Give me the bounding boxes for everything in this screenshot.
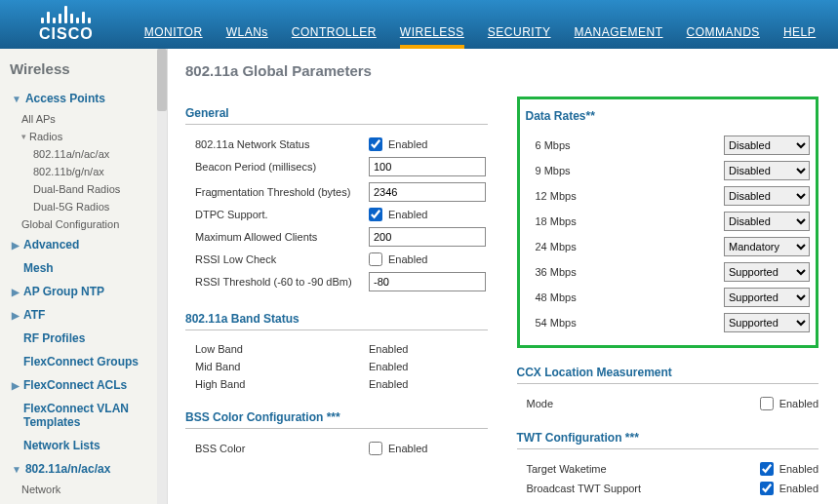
rate-54-label: 54 Mbps — [536, 317, 672, 329]
sidebar-radio-80211a[interactable]: 802.11a/n/ac/ax — [8, 145, 167, 163]
rate-6-select[interactable]: Disabled — [724, 136, 810, 155]
page-title: 802.11a Global Parameters — [185, 62, 818, 79]
twt-broadcast-label: Broadcast TWT Support — [527, 483, 663, 494]
section-twt: TWT Configuration *** — [517, 431, 819, 449]
nav-monitor[interactable]: MONITOR — [133, 16, 215, 49]
nav-wireless[interactable]: WIRELESS — [388, 16, 476, 49]
rate-6-label: 6 Mbps — [536, 139, 672, 151]
sidebar-access-points[interactable]: ▼Access Points — [8, 87, 167, 110]
sidebar-rf-profiles[interactable]: RF Profiles — [8, 327, 167, 350]
rssi-thresh-input[interactable] — [369, 272, 486, 291]
sidebar-title: Wireless — [0, 57, 167, 87]
net-status-checkbox[interactable] — [369, 137, 382, 151]
frag-input[interactable] — [369, 182, 486, 202]
sidebar-radio-dualband[interactable]: Dual-Band Radios — [8, 180, 167, 198]
bss-color-checkbox[interactable] — [369, 442, 382, 455]
caret-right-icon: ▶ — [12, 240, 20, 251]
enabled-text: Enabled — [779, 483, 818, 494]
rate-54-select[interactable]: Supported — [724, 313, 810, 332]
cisco-logo-bars — [41, 4, 91, 23]
nav-wlans[interactable]: WLANs — [215, 16, 280, 49]
low-band-label: Low Band — [195, 343, 369, 355]
sidebar-ap-group-ntp[interactable]: ▶AP Group NTP — [8, 280, 167, 303]
nav-help[interactable]: HELP — [772, 16, 827, 49]
sidebar-radio-80211b[interactable]: 802.11b/g/n/ax — [8, 163, 167, 180]
ccx-mode-checkbox[interactable] — [760, 397, 774, 410]
enabled-text: Enabled — [388, 443, 427, 454]
sidebar-scrollbar[interactable] — [157, 49, 167, 504]
sidebar-network-lists[interactable]: Network Lists — [8, 434, 167, 457]
sidebar-flexconnect-groups[interactable]: FlexConnect Groups — [8, 350, 167, 373]
rate-9-select[interactable]: Disabled — [724, 161, 810, 180]
rssi-thresh-label: RSSI Threshold (-60 to -90 dBm) — [195, 276, 369, 288]
ccx-mode-label: Mode — [527, 398, 663, 409]
rssi-low-checkbox[interactable] — [369, 252, 382, 266]
section-band: 802.11a Band Status — [185, 312, 488, 330]
rate-9-label: 9 Mbps — [536, 165, 672, 176]
dtpc-label: DTPC Support. — [195, 209, 369, 220]
maxclients-input[interactable] — [369, 227, 486, 247]
sidebar-flexconnect-acls[interactable]: ▶FlexConnect ACLs — [8, 373, 167, 397]
caret-right-icon: ▶ — [12, 310, 20, 321]
enabled-text: Enabled — [388, 138, 427, 150]
nav-commands[interactable]: COMMANDS — [675, 16, 772, 49]
twt-target-checkbox[interactable] — [760, 462, 774, 476]
sidebar-80211a-section[interactable]: ▼802.11a/n/ac/ax — [8, 457, 167, 481]
sidebar-network[interactable]: Network — [8, 481, 167, 498]
twt-target-label: Target Waketime — [527, 463, 663, 475]
sidebar: Wireless ▼Access Points All APs ▾Radios … — [0, 49, 168, 504]
rate-18-select[interactable]: Disabled — [724, 212, 810, 231]
sidebar-advanced[interactable]: ▶Advanced — [8, 233, 167, 256]
rate-48-select[interactable]: Supported — [724, 288, 810, 307]
sidebar-radios[interactable]: ▾Radios — [8, 128, 167, 145]
section-general: General — [185, 106, 488, 125]
beacon-label: Beacon Period (millisecs) — [195, 161, 369, 173]
dtpc-checkbox[interactable] — [369, 208, 382, 221]
nav-management[interactable]: MANAGEMENT — [563, 16, 675, 49]
bss-color-label: BSS Color — [195, 443, 369, 454]
section-ccx: CCX Location Measurement — [517, 366, 819, 384]
top-bar: CISCO MONITOR WLANs CONTROLLER WIRELESS … — [0, 0, 838, 49]
high-band-label: High Band — [195, 378, 369, 390]
frag-label: Fragmentation Threshold (bytes) — [195, 186, 369, 198]
enabled-text: Enabled — [388, 209, 427, 220]
enabled-text: Enabled — [779, 463, 818, 475]
rate-24-select[interactable]: Mandatory — [724, 237, 810, 256]
section-bss: BSS Color Configuration *** — [185, 410, 488, 429]
rate-36-select[interactable]: Supported — [724, 262, 810, 282]
caret-right-icon: ▶ — [12, 380, 20, 391]
rate-48-label: 48 Mbps — [536, 291, 672, 303]
rate-12-label: 12 Mbps — [536, 190, 672, 202]
caret-down-icon: ▾ — [21, 132, 26, 141]
rate-24-label: 24 Mbps — [536, 241, 672, 252]
beacon-input[interactable] — [369, 157, 486, 176]
rate-12-select[interactable]: Disabled — [724, 186, 810, 206]
primary-nav: MONITOR WLANs CONTROLLER WIRELESS SECURI… — [133, 0, 828, 49]
twt-broadcast-checkbox[interactable] — [760, 482, 774, 495]
content-area: 802.11a Global Parameters General 802.11… — [168, 49, 838, 504]
low-band-value: Enabled — [369, 343, 408, 355]
sidebar-radio-dual5g[interactable]: Dual-5G Radios — [8, 198, 167, 215]
cisco-logo: CISCO — [0, 0, 113, 49]
data-rates-highlight: Data Rates** 6 MbpsDisabled 9 MbpsDisabl… — [517, 97, 819, 348]
mid-band-label: Mid Band — [195, 361, 369, 372]
rssi-low-label: RSSI Low Check — [195, 253, 369, 265]
net-status-label: 802.11a Network Status — [195, 138, 369, 150]
sidebar-mesh[interactable]: Mesh — [8, 256, 167, 280]
maxclients-label: Maximum Allowed Clients — [195, 231, 369, 243]
sidebar-all-aps[interactable]: All APs — [8, 110, 167, 128]
nav-controller[interactable]: CONTROLLER — [280, 16, 388, 49]
high-band-value: Enabled — [369, 378, 408, 390]
mid-band-value: Enabled — [369, 361, 408, 372]
rate-36-label: 36 Mbps — [536, 266, 672, 278]
sidebar-flexconnect-vlan[interactable]: FlexConnect VLAN Templates — [8, 397, 167, 434]
rate-18-label: 18 Mbps — [536, 215, 672, 227]
scrollbar-thumb[interactable] — [157, 49, 167, 111]
sidebar-global-config[interactable]: Global Configuration — [8, 215, 167, 233]
nav-security[interactable]: SECURITY — [476, 16, 563, 49]
caret-down-icon: ▼ — [12, 464, 21, 475]
enabled-text: Enabled — [779, 398, 818, 409]
sidebar-atf[interactable]: ▶ATF — [8, 303, 167, 327]
section-rates: Data Rates** — [526, 109, 811, 127]
caret-right-icon: ▶ — [12, 287, 20, 297]
